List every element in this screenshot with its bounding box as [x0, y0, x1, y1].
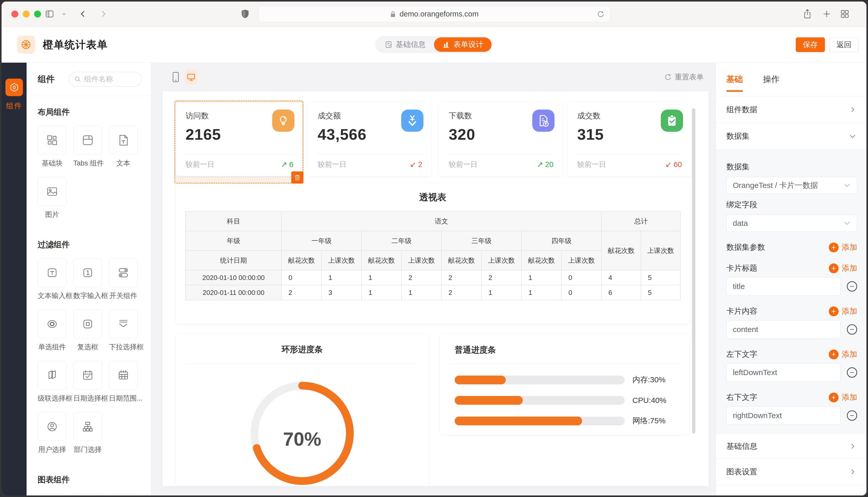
field-label: 绑定字段	[726, 200, 857, 210]
rail-item-components[interactable]	[5, 79, 23, 96]
stat-card-value: 320	[449, 126, 475, 143]
add-右下文字-button[interactable]: +添加	[829, 392, 857, 403]
pivot-value-cell: 1	[361, 270, 401, 285]
share-icon[interactable]	[803, 9, 812, 19]
ring-progress-title: 环形进度条	[176, 334, 428, 355]
panel-group-row-图表设置[interactable]: 图表设置	[716, 458, 866, 485]
component-item-date-range[interactable]: 日期范围...	[109, 361, 138, 403]
component-item-text-doc[interactable]: 文本	[109, 126, 138, 168]
stat-card-3[interactable]: 下载数320较前一日↗20	[439, 102, 562, 176]
zoom-window-button[interactable]	[34, 11, 41, 17]
address-bar[interactable]: demo.orangeforms.com	[258, 6, 610, 22]
dept-icon	[82, 421, 94, 432]
reload-icon[interactable]	[597, 10, 605, 18]
component-item-label: 文本	[109, 158, 138, 168]
add-数据集参数-button[interactable]: +添加	[829, 242, 857, 253]
input-leftDownText[interactable]	[726, 363, 841, 382]
minimize-window-button[interactable]	[23, 11, 30, 17]
form-info-icon	[385, 41, 392, 48]
delete-widget-button[interactable]	[291, 171, 303, 184]
mobile-preview-button[interactable]	[170, 70, 182, 85]
canvas-scrollbar[interactable]	[692, 108, 695, 434]
remove-field-button[interactable]: −	[847, 367, 857, 378]
back-button[interactable]	[79, 10, 87, 18]
trend-down-arrow-icon: ↙	[410, 160, 416, 169]
progress-bar-row: 内存:30%	[455, 374, 679, 385]
pivot-value-cell: 0	[562, 270, 602, 285]
component-item-user[interactable]: 用户选择	[38, 412, 67, 454]
add-左下文字-button[interactable]: +添加	[829, 349, 857, 359]
input-title[interactable]	[726, 277, 841, 296]
stat-card-1[interactable]: 访问数2165较前一日↗6	[176, 102, 302, 176]
input-rightDownText[interactable]	[726, 406, 841, 425]
component-item-number-input[interactable]: 数字输入框	[73, 258, 102, 300]
properties-tab-基础[interactable]: 基础	[726, 74, 743, 85]
pivot-header-cell: 献花次数	[522, 251, 562, 270]
panel-group-row-组件数据[interactable]: 组件数据	[716, 96, 866, 123]
back-to-list-button[interactable]: 返回	[829, 38, 858, 52]
properties-tab-操作[interactable]: 操作	[763, 74, 780, 85]
stat-card-4[interactable]: 成交数315较前一日↙60	[567, 102, 691, 176]
tabs-icon	[82, 134, 94, 146]
select-数据集[interactable]: OrangeTest / 卡片一数据	[726, 177, 857, 194]
reset-icon	[664, 73, 672, 81]
new-tab-icon[interactable]	[822, 9, 831, 18]
search-input[interactable]	[84, 75, 128, 83]
component-item-dropdown[interactable]: 下拉选择框	[109, 310, 138, 352]
chevron-down-icon[interactable]	[61, 11, 67, 16]
component-item-text-input[interactable]: 文本输入框	[38, 258, 67, 300]
remove-field-button[interactable]: −	[847, 410, 857, 421]
panel-group-row-基础信息[interactable]: 基础信息	[716, 434, 866, 458]
component-item-image[interactable]: 图片	[38, 177, 67, 219]
component-item-chart-line[interactable]	[38, 493, 67, 495]
component-item-label: 用户选择	[38, 445, 67, 454]
stat-card-2[interactable]: 成交额43,566较前一日↙2	[308, 102, 431, 176]
doc-upload-icon	[532, 110, 554, 132]
plus-circle-icon: +	[829, 393, 839, 402]
reset-form-button[interactable]: 重置表单	[664, 72, 704, 82]
select-绑定字段[interactable]: data	[726, 215, 857, 232]
panel-group-row-数据集[interactable]: 数据集	[716, 123, 866, 150]
component-item-label: 日期选择框	[73, 394, 102, 403]
component-panel-title: 组件	[38, 73, 55, 85]
tab-basic-info[interactable]: 基础信息	[376, 38, 434, 52]
component-item-chart-pie[interactable]	[109, 493, 138, 495]
component-item-label: 下拉选择框	[109, 342, 138, 352]
pivot-header-cell: 一年级	[281, 231, 361, 251]
panel-group-label: 图表设置	[726, 467, 757, 477]
pivot-table-card[interactable]: 透视表 科目语文总计年级一年级二年级三年级四年级献花次数上课次数统计日期献花次数…	[176, 184, 689, 324]
blocks-icon	[46, 134, 58, 146]
component-item-radio[interactable]: 单选组件	[38, 310, 67, 352]
ring-progress-card[interactable]: 环形进度条 70%	[176, 334, 428, 486]
component-item-checkbox[interactable]: 复选框	[73, 310, 102, 352]
component-item-cascade[interactable]: 级联选择框	[38, 361, 67, 403]
remove-field-button[interactable]: −	[847, 281, 857, 292]
component-item-chart-bar[interactable]	[73, 493, 102, 495]
sidebar-toggle-icon[interactable]	[45, 9, 54, 18]
panel-group-label: 数据集	[726, 131, 749, 142]
add-卡片标题-button[interactable]: +添加	[829, 263, 857, 273]
component-item-dept[interactable]: 部门选择	[73, 412, 102, 454]
shield-icon[interactable]	[241, 9, 249, 19]
component-item-date[interactable]: 日期选择框	[73, 361, 102, 403]
pivot-value-cell: 1	[321, 270, 361, 285]
input-content[interactable]	[726, 320, 841, 339]
component-item-tabs[interactable]: Tabs 组件	[73, 126, 102, 168]
tab-form-design[interactable]: 表单设计	[434, 38, 492, 52]
save-button[interactable]: 保存	[796, 38, 825, 52]
remove-field-button[interactable]: −	[847, 324, 857, 335]
selected-widget-outline[interactable]: 访问数2165较前一日↗6	[175, 101, 303, 184]
progress-bar-row: CPU:40%	[455, 396, 679, 405]
forward-button[interactable]	[99, 10, 107, 18]
component-item-blocks[interactable]: 基础块	[38, 126, 67, 168]
close-window-button[interactable]	[11, 11, 18, 17]
progress-bars-card[interactable]: 普通进度条 内存:30%CPU:40%网络:75%	[440, 334, 689, 435]
component-panel: 组件 布局组件基础块Tabs 组件文本图片过滤组件文本输入框数字输入框开关组件单…	[27, 63, 151, 495]
component-search[interactable]	[69, 72, 142, 87]
component-item-switch[interactable]: 开关组件	[109, 258, 138, 300]
pivot-value-cell: 0	[562, 285, 602, 300]
add-卡片内容-button[interactable]: +添加	[829, 306, 857, 316]
tab-overview-icon[interactable]	[840, 9, 850, 18]
progress-bar-row: 网络:75%	[455, 415, 679, 426]
desktop-preview-button[interactable]	[185, 70, 197, 85]
